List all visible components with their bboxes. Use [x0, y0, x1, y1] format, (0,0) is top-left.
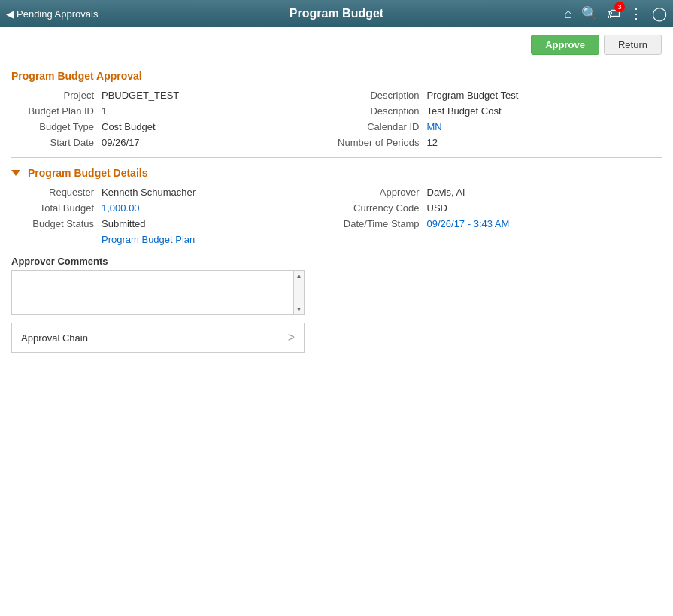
number-of-periods-label: Number of Periods [337, 137, 427, 148]
program-budget-details-section: Program Budget Details Requester Kenneth… [11, 167, 662, 245]
form-row-total-budget: Total Budget 1,000.00 Currency Code USD [11, 202, 662, 214]
header-icons: ⌂ 🔍 🏷 3 ⋮ ◯ [564, 5, 667, 22]
form-col-datetime-stamp: Date/Time Stamp 09/26/17 - 3:43 AM [337, 218, 662, 229]
user-icon[interactable]: ◯ [652, 5, 667, 22]
calendar-id-value: MN [427, 121, 442, 132]
description2-label: Description [337, 105, 427, 117]
approver-comments-box: ▲ ▼ [11, 270, 305, 315]
section-divider [11, 157, 662, 158]
form-col-start-date: Start Date 09/26/17 [11, 137, 337, 148]
form-col-number-of-periods: Number of Periods 12 [337, 137, 662, 148]
form-col-description1: Description Program Budget Test [337, 90, 662, 101]
approver-value: Davis, Al [427, 187, 465, 198]
budget-status-value: Submitted [102, 218, 146, 229]
form-col-requester: Requester Kenneth Schumacher [11, 187, 337, 198]
program-budget-details-header: Program Budget Details [11, 167, 662, 179]
collapse-icon[interactable] [11, 170, 20, 176]
form-col-calendar-id: Calendar ID MN [337, 121, 662, 132]
form-col-budget-plan-id: Budget Plan ID 1 [11, 105, 337, 117]
form-col-program-budget-plan: Program Budget Plan [11, 234, 337, 245]
project-label: Project [11, 90, 102, 101]
budget-plan-id-value: 1 [102, 105, 107, 117]
start-date-label: Start Date [11, 137, 102, 148]
form-row-start-date: Start Date 09/26/17 Number of Periods 12 [11, 137, 662, 148]
form-col-project: Project PBUDGET_TEST [11, 90, 337, 101]
program-budget-plan-link[interactable]: Program Budget Plan [102, 234, 195, 245]
total-budget-value: 1,000.00 [102, 202, 140, 214]
currency-code-label: Currency Code [337, 202, 427, 214]
approval-chain-row[interactable]: Approval Chain > [11, 323, 305, 353]
total-budget-label: Total Budget [11, 202, 102, 214]
notification-icon[interactable]: 🏷 3 [607, 6, 620, 22]
calendar-id-label: Calendar ID [337, 121, 427, 132]
return-button[interactable]: Return [604, 35, 662, 55]
home-icon[interactable]: ⌂ [564, 6, 572, 22]
back-button[interactable]: ◀ Pending Approvals [6, 8, 98, 20]
toolbar: Approve Return [11, 35, 662, 61]
datetime-stamp-value: 09/26/17 - 3:43 AM [427, 218, 510, 229]
description2-value: Test Budget Cost [427, 105, 502, 117]
form-col-total-budget: Total Budget 1,000.00 [11, 202, 337, 214]
start-date-value: 09/26/17 [102, 137, 140, 148]
notification-badge: 3 [614, 2, 625, 12]
form-col-currency-code: Currency Code USD [337, 202, 662, 214]
more-options-icon[interactable]: ⋮ [629, 5, 643, 22]
form-col-approver: Approver Davis, Al [337, 187, 662, 198]
form-row-requester: Requester Kenneth Schumacher Approver Da… [11, 187, 662, 198]
details-section-title: Program Budget Details [28, 167, 147, 179]
form-row-program-budget-plan: Program Budget Plan [11, 234, 662, 245]
description1-value: Program Budget Test [427, 90, 519, 101]
form-row-budget-status: Budget Status Submitted Date/Time Stamp … [11, 218, 662, 229]
scrollbar: ▲ ▼ [293, 271, 304, 314]
project-value: PBUDGET_TEST [102, 90, 179, 101]
budget-type-value: Cost Budget [102, 121, 156, 132]
form-col-description2: Description Test Budget Cost [337, 105, 662, 117]
back-arrow-icon: ◀ [6, 8, 14, 20]
chevron-right-icon: > [288, 331, 295, 344]
approver-label: Approver [337, 187, 427, 198]
description1-label: Description [337, 90, 427, 101]
section-title: Program Budget Approval [11, 70, 142, 82]
form-row-project: Project PBUDGET_TEST Description Program… [11, 90, 662, 101]
budget-plan-id-label: Budget Plan ID [11, 105, 102, 117]
scroll-down-icon[interactable]: ▼ [296, 306, 302, 313]
form-col-empty [337, 234, 662, 245]
approver-comments-textarea[interactable] [12, 271, 293, 314]
requester-label: Requester [11, 187, 102, 198]
program-budget-approval-section: Program Budget Approval Project PBUDGET_… [11, 70, 662, 148]
search-icon[interactable]: 🔍 [581, 5, 598, 22]
main-content: Approve Return Program Budget Approval P… [0, 27, 673, 616]
program-budget-approval-header: Program Budget Approval [11, 70, 662, 82]
form-col-budget-status: Budget Status Submitted [11, 218, 337, 229]
approve-button[interactable]: Approve [531, 35, 599, 55]
approver-comments-section: Approver Comments ▲ ▼ [11, 256, 662, 315]
app-header: ◀ Pending Approvals Program Budget ⌂ 🔍 🏷… [0, 0, 673, 27]
page-title: Program Budget [290, 7, 383, 20]
datetime-stamp-label: Date/Time Stamp [337, 218, 427, 229]
requester-value: Kenneth Schumacher [102, 187, 196, 198]
scroll-up-icon[interactable]: ▲ [296, 272, 302, 279]
budget-type-label: Budget Type [11, 121, 102, 132]
approver-comments-label: Approver Comments [11, 256, 662, 267]
currency-code-value: USD [427, 202, 447, 214]
number-of-periods-value: 12 [427, 137, 438, 148]
budget-status-label: Budget Status [11, 218, 102, 229]
form-col-budget-type: Budget Type Cost Budget [11, 121, 337, 132]
form-row-budget-plan: Budget Plan ID 1 Description Test Budget… [11, 105, 662, 117]
form-row-budget-type: Budget Type Cost Budget Calendar ID MN [11, 121, 662, 132]
approval-chain-label: Approval Chain [21, 332, 88, 344]
